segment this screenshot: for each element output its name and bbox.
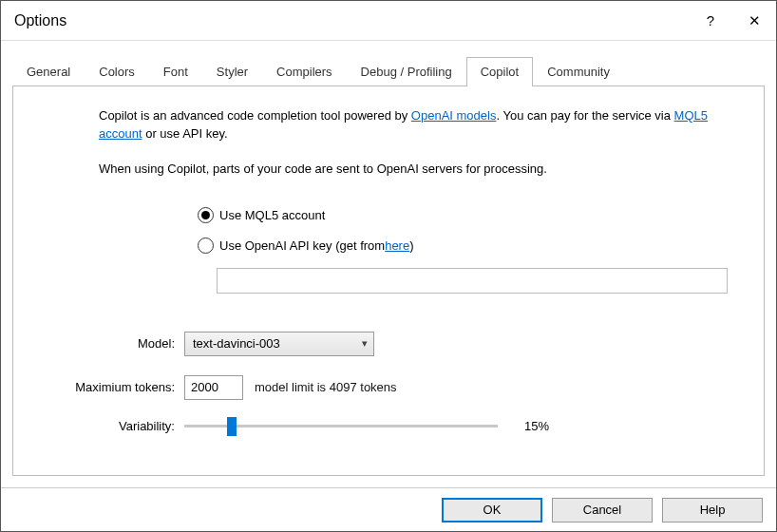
radio-use-mql5[interactable]: Use MQL5 account (198, 207, 737, 223)
tab-debug[interactable]: Debug / Profiling (347, 57, 466, 86)
dialog-footer: OK Cancel Help (1, 487, 776, 531)
api-key-input[interactable] (217, 268, 728, 294)
radio-icon (198, 238, 214, 254)
tab-colors[interactable]: Colors (85, 57, 149, 86)
help-button[interactable]: Help (662, 498, 763, 522)
variability-percent: 15% (524, 419, 549, 433)
max-tokens-hint: model limit is 4097 tokens (255, 380, 397, 394)
variability-label: Variability: (13, 419, 184, 433)
variability-slider[interactable] (184, 425, 498, 428)
tab-bar: General Colors Font Styler Compilers Deb… (1, 41, 776, 86)
radio-icon (198, 207, 214, 223)
ok-button[interactable]: OK (442, 498, 542, 522)
radio-suffix: (get from (335, 238, 385, 253)
title-bar: Options ? ✕ (1, 1, 776, 41)
close-icon[interactable]: ✕ (732, 1, 776, 41)
max-tokens-label: Maximium tokens: (13, 380, 184, 394)
radio-suffix: ) (409, 238, 413, 253)
desc-text: or use API key. (142, 126, 228, 141)
model-select-value: text-davinci-003 (193, 336, 280, 351)
help-icon[interactable]: ? (689, 1, 732, 41)
tab-font[interactable]: Font (149, 57, 202, 86)
tab-panel-copilot: Copilot is an advanced code completion t… (12, 86, 765, 476)
tab-general[interactable]: General (12, 57, 85, 86)
cancel-button[interactable]: Cancel (552, 498, 653, 522)
max-tokens-input[interactable]: 2000 (184, 375, 243, 400)
tab-copilot[interactable]: Copilot (466, 57, 533, 86)
radio-label: Use MQL5 account (219, 208, 325, 222)
desc-text: Copilot is an advanced code completion t… (99, 108, 411, 123)
tab-compilers[interactable]: Compilers (262, 57, 347, 86)
slider-thumb[interactable] (227, 417, 237, 436)
model-select[interactable]: text-davinci-003 ▾ (184, 332, 374, 356)
copilot-description: Copilot is an advanced code completion t… (99, 107, 737, 143)
radio-label: Use OpenAI API key (219, 238, 332, 253)
tab-styler[interactable]: Styler (202, 57, 262, 86)
window-title: Options (14, 12, 689, 29)
openai-models-link[interactable]: OpenAI models (411, 108, 497, 123)
tab-community[interactable]: Community (533, 57, 624, 86)
get-api-key-link[interactable]: here (385, 238, 409, 253)
desc-text: . You can pay for the service via (496, 108, 673, 123)
max-tokens-value: 2000 (191, 380, 218, 394)
radio-use-openai-key[interactable]: Use OpenAI API key (get from here) (198, 238, 737, 254)
copilot-privacy-note: When using Copilot, parts of your code a… (99, 161, 737, 179)
auth-options: Use MQL5 account Use OpenAI API key (get… (198, 207, 737, 254)
chevron-down-icon: ▾ (362, 337, 368, 350)
model-label: Model: (13, 336, 184, 351)
